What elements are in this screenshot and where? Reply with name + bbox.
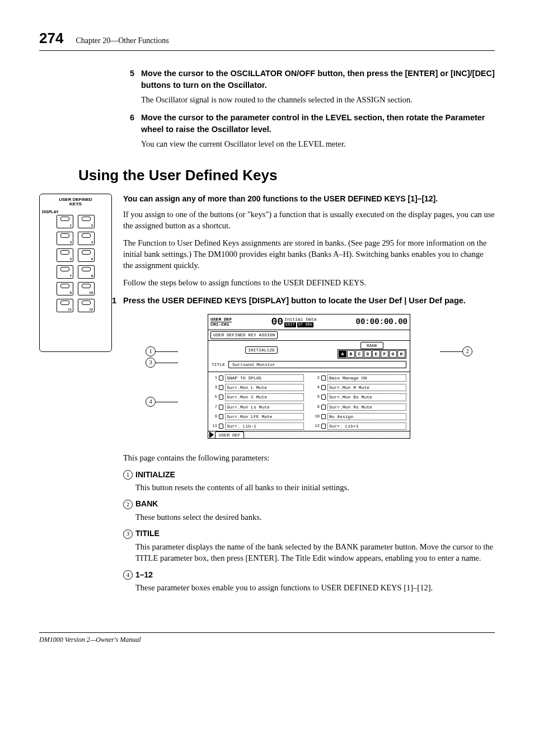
step-body: The Oscillator signal is now routed to t… [141,94,495,105]
key-12[interactable]: 12 [78,299,95,312]
assignment-slot[interactable]: 10No Assign [314,413,406,420]
bank-h[interactable]: H [397,350,405,358]
step-number: 5 [123,68,134,91]
top-steps: 5 Move the cursor to the OSCILLATOR ON/O… [123,68,495,149]
panel-title: USER DEFINEDKEYS [42,198,109,208]
param-label-bank: BANK [135,499,158,510]
assign-num: 6 [314,395,320,399]
scr-channel: CH1-CH1 [210,322,232,327]
assign-value[interactable]: Surr.Mon L Mute [225,384,304,391]
user-defined-keys-panel: USER DEFINEDKEYS DISPLAY 12 34 56 78 910… [39,194,112,352]
section-heading: Using the User Defined Keys [78,165,495,185]
page-footer: DM1000 Version 2—Owner's Manual [39,632,495,645]
assign-value[interactable]: Surr.Mon Ls Mute [225,403,304,411]
params-intro: This page contains the following paramet… [123,452,495,463]
callout-1: 1 [146,346,178,356]
key-icon [219,385,223,390]
bank-d[interactable]: D [364,350,372,358]
bank-selector: A B C D E F G H [338,349,406,359]
assign-num: 5 [212,395,217,399]
param-num-1: 1 [123,470,133,480]
assign-num: 7 [212,405,217,409]
page-header: 274 Chapter 20—Other Functions [39,28,495,51]
key-icon [321,375,326,381]
assign-value[interactable]: Surr.Mon Bs Mute [327,393,406,401]
key-5[interactable]: 5 [57,248,73,262]
assign-value[interactable]: SNAP TO SPL85 [225,374,304,382]
assign-value[interactable]: Surr.Mon R Mute [327,384,406,391]
assign-value[interactable]: Surr. Lib-1 [225,422,304,430]
param-body: These parameter boxes enable you to assi… [135,582,495,593]
key-4[interactable]: 4 [78,232,95,245]
key-icon [321,414,326,419]
assign-num: 1 [212,376,217,380]
intro-p3: Follow the steps below to assign functio… [123,277,495,288]
assignment-slot[interactable]: 9Surr.Mon LFE Mute [212,413,304,420]
key-icon [321,405,326,410]
assign-num: 8 [314,405,320,409]
scr-timecode: 00:00:00.00 [356,317,407,328]
title-field[interactable]: Surround Monitor [228,361,406,368]
assignment-slot[interactable]: 1SNAP TO SPL85 [212,374,304,382]
assignment-slot[interactable]: 12Surr. Lib+1 [314,422,406,430]
bank-a[interactable]: A [339,350,346,358]
key-11[interactable]: 11 [57,299,73,312]
panel-display-label: DISPLAY [42,209,109,215]
assignment-slot[interactable]: 4Surr.Mon R Mute [314,384,406,391]
intro-p2: The Function to User Defined Keys assign… [123,237,495,271]
key-1[interactable]: 1 [57,215,73,228]
key-icon [219,424,223,429]
bank-b[interactable]: B [347,350,355,358]
assignment-slot[interactable]: 8Surr.Mon Rs Mute [314,403,406,411]
assign-value[interactable]: No Assign [327,413,406,420]
key-8[interactable]: 8 [78,265,95,279]
assignment-slot[interactable]: 11Surr. Lib-1 [212,422,304,430]
step-head: Move the cursor to the OSCILLATOR ON/OFF… [141,68,495,91]
assignment-slot[interactable]: 6Surr.Mon Bs Mute [314,393,406,401]
key-9[interactable]: 9 [57,282,73,295]
initialize-button[interactable]: INITIALIZE [245,346,278,354]
assign-num: 11 [212,424,217,428]
assignment-slot[interactable]: 3Surr.Mon L Mute [212,384,304,391]
intro-p1: If you assign to one of the buttons (or … [123,209,495,232]
param-num-3: 3 [123,529,133,539]
key-7[interactable]: 7 [57,265,73,279]
assign-num: 2 [314,376,320,380]
step-head: Move the cursor to the parameter control… [141,112,495,135]
step-number: 6 [123,112,134,135]
assign-value[interactable]: Bass Manage ON [327,374,406,382]
tab-arrow-icon [209,431,214,438]
bank-f[interactable]: F [381,350,388,358]
bank-label: BANK [360,342,383,349]
bank-c[interactable]: C [355,350,363,358]
key-icon [321,385,326,390]
bank-g[interactable]: G [389,350,397,358]
title-label: TITLE [212,361,225,368]
assignment-slot[interactable]: 7Surr.Mon Ls Mute [212,403,304,411]
assign-num: 10 [314,415,320,419]
assignment-slot[interactable]: 5Surr.Mon C Mute [212,393,304,401]
assign-value[interactable]: Surr.Mon C Mute [225,393,304,401]
callout-3: 3 [146,358,178,368]
assign-num: 3 [212,386,217,389]
callout-4: 4 [146,397,178,407]
key-6[interactable]: 6 [78,248,95,262]
param-num-4: 4 [123,570,133,580]
scr-scene-name: Initial Data [284,317,317,322]
param-label-initialize: INITIALIZE [135,469,175,481]
key-3[interactable]: 3 [57,232,73,245]
assign-value[interactable]: Surr.Mon Rs Mute [327,403,406,411]
key-icon [219,375,223,381]
step-head: Press the USER DEFINED KEYS [DISPLAY] bu… [123,295,466,306]
assign-value[interactable]: Surr.Mon LFE Mute [225,413,304,420]
assign-num: 12 [314,424,320,428]
key-icon [219,405,223,410]
key-2[interactable]: 2 [78,215,95,228]
assignment-slot[interactable]: 2Bass Manage ON [314,374,406,382]
bank-e[interactable]: E [372,350,380,358]
key-10[interactable]: 10 [78,282,95,295]
assign-num: 4 [314,386,320,389]
assign-value[interactable]: Surr. Lib+1 [327,422,406,430]
tab-user-def[interactable]: USER DEF [215,431,244,438]
scr-section-label: USER DEFINED KEY ASSIGN [210,331,278,339]
